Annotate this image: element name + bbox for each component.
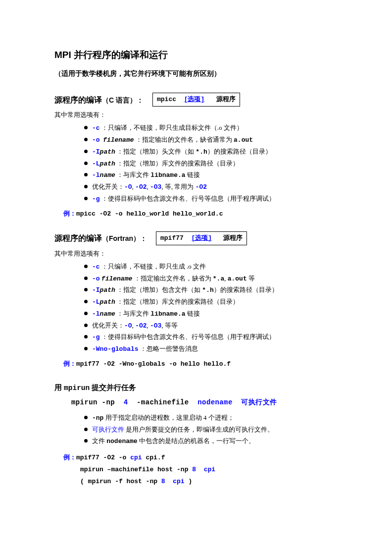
page-subtitle: （适用于数学楼机房，其它并行环境下可能有所区别） <box>54 68 338 80</box>
text: ：指定（增加）库文件的搜索路径（目录） <box>115 160 239 167</box>
sec1-box-opt: [选项] <box>184 96 205 103</box>
page-title: MPI 并行程序的编译和运行 <box>54 47 338 63</box>
exe-label: 可执行文件 <box>92 426 124 433</box>
arg: name <box>100 310 115 318</box>
text: ：只编译，不链接，即只生成目标文件（.o 文件） <box>100 124 243 131</box>
lib: libname.a <box>150 171 185 179</box>
text: ：使得目标码中包含源文件名、行号等信息（用于程序调试） <box>100 195 275 202</box>
list-item: -o filename ：指定输出的文件名，缺省通常为 a.out <box>84 134 338 146</box>
aout: a.out <box>234 136 253 144</box>
text: ）的搜索路径（目录） <box>214 286 278 293</box>
sec3-list: -np 用于指定启动的进程数，这里启动 4 个进程； 可执行文件 是用户所要提交… <box>84 412 338 447</box>
sec2-box-opt: [选项] <box>191 234 212 242</box>
text: 是用户所要提交的任务，即编译生成的可执行文件。 <box>124 426 274 433</box>
text: , 等等 <box>161 322 178 329</box>
section3-heading: 用 mpirun 提交并行任务 <box>54 382 338 394</box>
list-item: -c ：只编译，不链接，即只生成 .o 文件 <box>84 261 338 273</box>
flag-o: -o <box>92 275 100 282</box>
arg: filename <box>101 275 132 282</box>
flag-O3: -O3 <box>150 322 161 330</box>
text: ：指定（增加）包含文件（如 <box>115 286 202 293</box>
flag-g: -g <box>92 195 100 203</box>
text: ：指定输出的文件名，缺省通常为 <box>134 136 234 143</box>
flag-L: -L <box>92 298 100 306</box>
text: 链接 <box>186 171 200 178</box>
example-command: mpicc -O2 -o hello_world hello_world.c <box>76 210 223 218</box>
ex3c: ) <box>185 478 193 485</box>
list-item: -g ：使得目标码中包含源文件名、行号等信息（用于程序调试） <box>84 193 338 205</box>
sec2-option-list: -c ：只编译，不链接，即只生成 .o 文件 -o filename ：指定输出… <box>84 261 338 355</box>
flag-c: -c <box>92 263 100 271</box>
ex3b: cpi <box>173 478 184 485</box>
aout: a.out <box>228 275 247 282</box>
flag-O: -O <box>124 183 132 191</box>
arg: filename <box>103 136 134 144</box>
sec1-head-paren: （C 语言）： <box>102 96 144 104</box>
flag-O3: -O3 <box>150 183 161 191</box>
sec2-intro: 其中常用选项有： <box>54 248 338 259</box>
ex2b: cpi <box>204 466 215 473</box>
list-item: -Lpath ：指定（增加）库文件的搜索路径（目录） <box>84 296 338 308</box>
text: 优化开关： <box>92 183 124 190</box>
text: 优化开关： <box>92 322 124 329</box>
ex2n: 8 <box>192 466 196 473</box>
example-label: 例： <box>63 453 76 461</box>
list-item: -lname ：与库文件 libname.a 链接 <box>84 169 338 181</box>
text: ：指定（增加）头文件（如 <box>115 148 196 155</box>
section1-heading-row: 源程序的编译（C 语言）： mpicc [选项] 源程序 <box>54 93 338 107</box>
sec2-command-box: mpif77 [选项] 源程序 <box>156 231 247 245</box>
section1-heading: 源程序的编译（C 语言）： <box>54 93 144 107</box>
arg: path <box>100 286 115 294</box>
sec1-command-box: mpicc [选项] 源程序 <box>152 93 240 107</box>
cmd-n: 4 <box>124 398 128 406</box>
sec1-box-arg: 源程序 <box>216 96 236 103</box>
example-label: 例： <box>63 360 76 367</box>
sec2-example: 例：mpif77 -O2 -Wno-globals -o hello hello… <box>63 358 338 370</box>
text: 中包含的是结点的机器名，一行写一个。 <box>138 437 255 444</box>
ex1c: cpi.f <box>142 454 165 461</box>
sec2-head-paren: （Fortran）： <box>102 234 147 242</box>
text: ：指定（增加）库文件的搜索路径（目录） <box>115 298 239 305</box>
ex1a: mpif77 -O2 -o <box>76 454 130 461</box>
flag-O2: -O2 <box>135 322 147 330</box>
arg: path <box>100 160 115 167</box>
sec3-example: 例：mpif77 -O2 -o cpi cpi.f mpirun –machin… <box>63 451 338 488</box>
flag-l: -l <box>92 310 100 318</box>
list-item: 文件 nodename 中包含的是结点的机器名，一行写一个。 <box>84 436 338 447</box>
list-item: -o filename ：指定输出文件名，缺省为 *.a, a.out 等 <box>84 273 338 285</box>
text: 用于指定启动的进程数，这里启动 4 个进程； <box>103 414 234 421</box>
text: 文件 <box>92 437 106 444</box>
arg: path <box>100 298 115 306</box>
ex-line3: ( mpirun -f host -np 8 cpi ) <box>80 476 338 488</box>
text: 等 <box>247 275 255 282</box>
sec2-head-main: 源程序的编译 <box>54 234 102 242</box>
sec3-head-post: 提交并行任务 <box>90 384 136 391</box>
sec1-example: 例：mpicc -O2 -o hello_world hello_world.c <box>63 208 338 220</box>
flag-O: -O <box>124 322 132 330</box>
example-label: 例： <box>63 210 76 217</box>
sec3-head-pre: 用 <box>54 384 64 391</box>
section2-heading: 源程序的编译（Fortran）： <box>54 231 147 245</box>
sec1-head-main: 源程序的编译 <box>54 96 102 104</box>
ex3n: 8 <box>161 478 165 485</box>
a: *.a <box>213 275 224 282</box>
list-item: 可执行文件 是用户所要提交的任务，即编译生成的可执行文件。 <box>84 424 338 436</box>
cmd-d: 可执行文件 <box>241 398 277 406</box>
text: ：与库文件 <box>115 171 151 178</box>
flag-O2: -O2 <box>135 183 147 191</box>
text: ：忽略一些警告消息 <box>139 345 198 352</box>
list-item: -Ipath ：指定（增加）头文件（如 *.h）的搜索路径（目录） <box>84 146 338 158</box>
lib: libname.a <box>150 310 185 318</box>
flag-I: -I <box>92 286 100 294</box>
flag-c: -c <box>92 124 100 132</box>
arg: name <box>100 171 115 179</box>
flag-o: -o <box>92 136 100 144</box>
ex-line2: mpirun –machinefile host -np 8 cpi <box>80 464 338 476</box>
section2-heading-row: 源程序的编译（Fortran）： mpif77 [选项] 源程序 <box>54 231 338 245</box>
text: ：与库文件 <box>115 310 151 317</box>
sec3-command-line: mpirun -np 4 -machinefile nodename 可执行文件 <box>71 396 338 409</box>
list-item: 优化开关：-O, -O2, -O3, 等, 常用为 -O2 <box>84 181 338 193</box>
flag-O2b: -O2 <box>196 183 207 191</box>
text: ：使得目标码中包含源文件名、行号等信息（用于程序调试） <box>100 333 275 340</box>
text: ）的搜索路径（目录） <box>207 148 272 155</box>
